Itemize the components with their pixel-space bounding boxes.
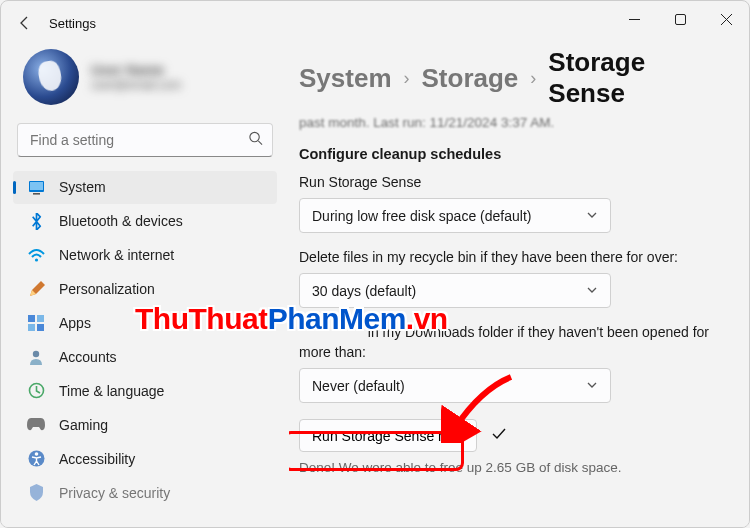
svg-point-1: [250, 132, 259, 141]
run-storage-sense-now-button[interactable]: Run Storage Sense now: [299, 419, 477, 452]
time-icon: [27, 382, 45, 400]
chevron-right-icon: ›: [404, 68, 410, 89]
downloads-label: in my Downloads folder if they haven't b…: [299, 324, 715, 340]
svg-point-5: [34, 258, 37, 261]
dropdown-value: 30 days (default): [312, 283, 416, 299]
nav-accessibility[interactable]: Accessibility: [13, 442, 277, 475]
nav-list: System Bluetooth & devices Network & int…: [13, 171, 277, 528]
nav-label: Network & internet: [59, 247, 174, 263]
sidebar: User Name user@email.com System Bluetoot…: [1, 45, 289, 528]
nav-time-language[interactable]: Time & language: [13, 374, 277, 407]
section-heading: Configure cleanup schedules: [299, 146, 715, 162]
downloads-label-2: more than:: [299, 344, 715, 360]
svg-rect-4: [33, 193, 40, 195]
nav-personalization[interactable]: Personalization: [13, 273, 277, 306]
svg-rect-9: [37, 324, 44, 331]
status-text: Done! We were able to free up 2.65 GB of…: [299, 460, 715, 475]
nav-apps[interactable]: Apps: [13, 307, 277, 340]
nav-accounts[interactable]: Accounts: [13, 341, 277, 374]
title-bar: Settings: [1, 1, 749, 45]
downloads-dropdown[interactable]: Never (default): [299, 368, 611, 403]
close-button[interactable]: [703, 1, 749, 37]
svg-point-13: [34, 452, 38, 456]
chevron-down-icon: [586, 208, 598, 224]
svg-rect-6: [28, 315, 35, 322]
scroll-cutoff-text: past month. Last run: 11/21/2024 3:37 AM…: [299, 115, 715, 130]
nav-label: Gaming: [59, 417, 108, 433]
chevron-right-icon: ›: [530, 68, 536, 89]
back-button[interactable]: [15, 13, 35, 33]
user-email: user@email.com: [91, 78, 181, 92]
crumb-storage[interactable]: Storage: [422, 63, 519, 94]
crumb-current: Storage Sense: [548, 47, 715, 109]
search-icon: [248, 131, 263, 150]
recycle-label: Delete files in my recycle bin if they h…: [299, 249, 715, 265]
apps-icon: [27, 314, 45, 332]
minimize-button[interactable]: [611, 1, 657, 37]
personalization-icon: [27, 280, 45, 298]
nav-label: Bluetooth & devices: [59, 213, 183, 229]
bluetooth-icon: [27, 212, 45, 230]
window-title: Settings: [49, 16, 96, 31]
nav-label: Apps: [59, 315, 91, 331]
breadcrumb: System › Storage › Storage Sense: [299, 47, 715, 109]
nav-system[interactable]: System: [13, 171, 277, 204]
nav-label: Time & language: [59, 383, 164, 399]
system-icon: [27, 178, 45, 196]
nav-gaming[interactable]: Gaming: [13, 408, 277, 441]
run-schedule-dropdown[interactable]: During low free disk space (default): [299, 198, 611, 233]
user-profile[interactable]: User Name user@email.com: [13, 45, 277, 117]
nav-label: Accounts: [59, 349, 117, 365]
recycle-dropdown[interactable]: 30 days (default): [299, 273, 611, 308]
accounts-icon: [27, 348, 45, 366]
avatar: [23, 49, 79, 105]
chevron-down-icon: [586, 378, 598, 394]
nav-label: Personalization: [59, 281, 155, 297]
dropdown-value: During low free disk space (default): [312, 208, 531, 224]
nav-network[interactable]: Network & internet: [13, 239, 277, 272]
crumb-system[interactable]: System: [299, 63, 392, 94]
search-box[interactable]: [17, 123, 273, 157]
maximize-button[interactable]: [657, 1, 703, 37]
svg-point-10: [33, 351, 39, 357]
chevron-down-icon: [586, 283, 598, 299]
svg-rect-8: [28, 324, 35, 331]
main-content: System › Storage › Storage Sense past mo…: [289, 45, 749, 528]
user-name: User Name: [91, 62, 181, 78]
check-icon: [491, 426, 507, 446]
fade-overlay: [1, 499, 749, 527]
svg-rect-0: [675, 14, 685, 24]
accessibility-icon: [27, 450, 45, 468]
dropdown-value: Never (default): [312, 378, 405, 394]
nav-label: Accessibility: [59, 451, 135, 467]
run-schedule-label: Run Storage Sense: [299, 174, 715, 190]
svg-rect-3: [30, 182, 43, 190]
search-input[interactable]: [17, 123, 273, 157]
nav-bluetooth[interactable]: Bluetooth & devices: [13, 205, 277, 238]
network-icon: [27, 246, 45, 264]
gaming-icon: [27, 416, 45, 434]
svg-rect-7: [37, 315, 44, 322]
nav-label: System: [59, 179, 106, 195]
